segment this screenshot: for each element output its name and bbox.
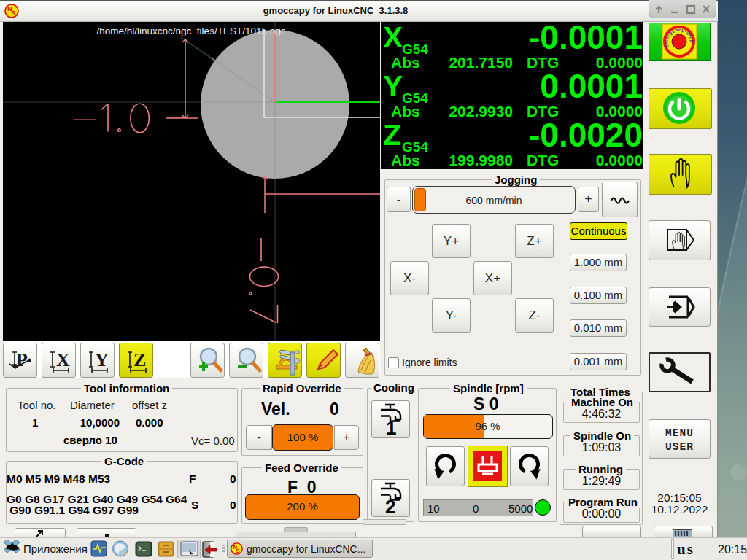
svg-text:0.0000: 0.0000 xyxy=(596,152,643,168)
svg-text:DTG: DTG xyxy=(527,54,559,71)
svg-text:199.9980: 199.9980 xyxy=(449,152,513,168)
svg-text:S: S xyxy=(236,548,240,554)
svg-text:/home/hl/linuxcnc/ngc_files/TE: /home/hl/linuxcnc/ngc_files/TEST/1015.ng… xyxy=(97,26,286,36)
svg-text:X: X xyxy=(56,349,70,370)
svg-text:-0.0001: -0.0001 xyxy=(529,22,643,56)
svg-text:0.0000: 0.0000 xyxy=(596,103,643,120)
svg-text:202.9930: 202.9930 xyxy=(449,103,513,120)
svg-text:X: X xyxy=(383,22,403,54)
svg-text:Abs: Abs xyxy=(391,54,420,71)
svg-text:Y: Y xyxy=(383,69,403,103)
svg-text:DTG: DTG xyxy=(527,103,559,120)
svg-text:P: P xyxy=(16,349,28,370)
svg-text:Z: Z xyxy=(133,349,146,370)
svg-text:201.7150: 201.7150 xyxy=(449,54,513,71)
svg-text:0.0000: 0.0000 xyxy=(596,54,643,71)
svg-text:Abs: Abs xyxy=(391,152,420,168)
svg-text:DTG: DTG xyxy=(527,152,559,168)
svg-text:-0.0020: -0.0020 xyxy=(529,116,643,154)
svg-text:S: S xyxy=(11,9,15,17)
svg-text:0.0001: 0.0001 xyxy=(540,67,643,105)
svg-text:1: 1 xyxy=(386,417,396,438)
svg-text:2: 2 xyxy=(385,496,395,517)
svg-text:Z: Z xyxy=(383,118,401,152)
svg-text:Y: Y xyxy=(95,349,109,370)
svg-text:Abs: Abs xyxy=(391,103,420,120)
